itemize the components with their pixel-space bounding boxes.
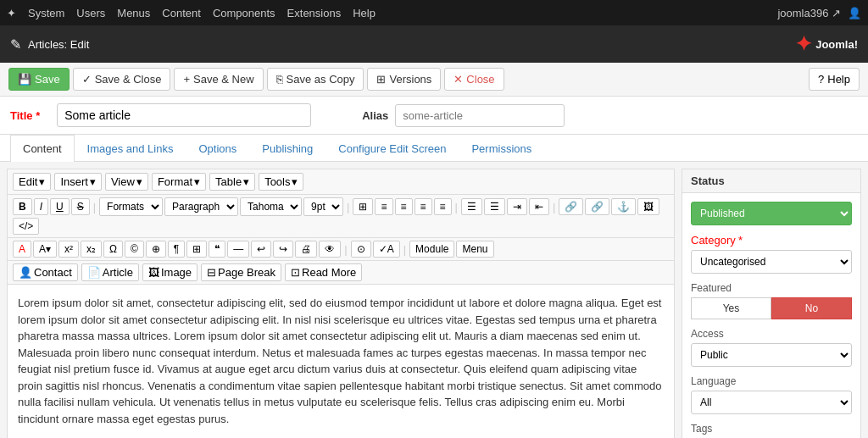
main-toolbar: 💾 Save ✓ Save & Close + Save & New ⎘ Sav… [0,63,868,97]
save-close-button[interactable]: ✓ Save & Close [73,68,171,91]
strikethrough-button[interactable]: S [71,198,90,215]
status-panel: Status Published Category * Uncategorise… [682,169,861,438]
subscript-button[interactable]: x₂ [81,241,102,258]
instance-link[interactable]: joomla396 ↗ [777,7,841,19]
image-insert-label: Image [161,266,192,279]
horizontal-rule-button[interactable]: — [227,241,249,258]
required-marker: * [36,109,40,122]
system-bar-right: joomla396 ↗ 👤 [777,7,861,19]
tab-images[interactable]: Images and Links [75,135,186,162]
menu-menus[interactable]: Menus [117,7,150,19]
versions-button[interactable]: ⊞ Versions [367,68,441,91]
editor-view-menu[interactable]: View ▾ [105,173,148,191]
tab-configure[interactable]: Configure Edit Screen [326,135,459,162]
header-title: ✎ Articles: Edit [10,36,89,53]
print-button[interactable]: 🖨 [295,241,317,258]
tab-publishing[interactable]: Publishing [249,135,326,162]
image-insert-button[interactable]: 🖼 Image [142,263,198,281]
save-copy-button[interactable]: ⎘ Save as Copy [267,68,364,91]
align-right-button[interactable]: ≡ [415,198,432,215]
read-more-button[interactable]: ⊡ Read More [285,263,362,281]
insert-menu-label: Insert [60,175,88,188]
blockquote-button[interactable]: ❝ [209,241,225,258]
language-select[interactable]: All [691,391,852,414]
size-select[interactable]: 9pt [303,197,343,216]
editor-edit-menu[interactable]: Edit ▾ [13,173,51,191]
tools-menu-label: Tools [264,175,290,188]
tab-content[interactable]: Content [10,135,75,162]
indent-out-button[interactable]: ⇤ [529,198,549,215]
status-select[interactable]: Published [691,202,852,225]
preview-button[interactable]: 👁 [319,241,341,258]
formats-select[interactable]: Formats [99,197,163,216]
article-button[interactable]: 📄 Article [81,263,139,281]
align-center-button[interactable]: ≡ [395,198,413,215]
list-ol-button[interactable]: ☰ [484,198,505,215]
paragraph-select[interactable]: Paragraph [164,197,238,216]
image-button[interactable]: 🖼 [637,198,659,215]
help-button[interactable]: ? Help [809,68,860,91]
special-char-button[interactable]: Ω [103,241,123,258]
menu-extensions[interactable]: Extensions [287,7,342,19]
source-button[interactable]: </> [13,218,39,235]
superscript-button[interactable]: x² [58,241,79,258]
menu-content[interactable]: Content [162,7,201,19]
edit-menu-label: Edit [19,175,37,188]
access-group: Access Public [691,328,852,367]
indent-in-button[interactable]: ⇥ [507,198,527,215]
status-group: Published [691,202,852,225]
redo-button[interactable]: ↪ [273,241,293,258]
page-break-button[interactable]: ⊟ Page Break [201,263,281,281]
save-new-button[interactable]: + Save & New [174,68,263,91]
featured-group: Featured Yes No [691,282,852,319]
editor-area: Edit ▾ Insert ▾ View ▾ Format ▾ Table ▾ … [7,169,675,438]
spellcheck-button[interactable]: ✓A [373,241,400,258]
save-button[interactable]: 💾 Save [8,68,70,91]
find-replace-button[interactable]: ⊙ [351,241,371,258]
module-button[interactable]: Module [409,241,454,258]
add-button[interactable]: ⊕ [146,241,166,258]
menu-insert-button[interactable]: Menu [456,241,493,258]
unlink-button[interactable]: 🔗 [585,198,609,215]
indent-button[interactable]: ⊞ [353,198,373,215]
menu-system[interactable]: System [28,7,64,19]
menu-users[interactable]: Users [76,7,105,19]
underline-button[interactable]: U [50,198,70,215]
featured-yes-button[interactable]: Yes [691,297,771,319]
editor-format-menu[interactable]: Format ▾ [152,173,206,191]
tab-permissions[interactable]: Permissions [459,135,544,162]
save-copy-label: Save as Copy [287,73,355,86]
pilcrow-button[interactable]: ¶ [168,241,185,258]
tab-options[interactable]: Options [186,135,249,162]
font-select[interactable]: Tahoma [240,197,302,216]
close-icon: ✕ [453,73,463,86]
header-bar: ✎ Articles: Edit ✦ Joomla! [0,25,868,63]
menu-components[interactable]: Components [213,7,275,19]
list-ul-button[interactable]: ☰ [461,198,482,215]
anchor-button[interactable]: ⚓ [611,198,636,215]
title-input[interactable] [57,103,311,127]
featured-no-button[interactable]: No [771,297,852,319]
access-select[interactable]: Public [691,343,852,367]
editor-insert-menu[interactable]: Insert ▾ [54,173,102,191]
table-insert-button[interactable]: ⊞ [186,241,207,258]
editor-tools-menu[interactable]: Tools ▾ [259,173,303,191]
align-justify-button[interactable]: ≡ [434,198,452,215]
user-icon[interactable]: 👤 [848,7,861,19]
copyright-button[interactable]: © [125,241,144,258]
view-menu-label: View [111,175,135,188]
align-left-button[interactable]: ≡ [375,198,392,215]
editor-content[interactable]: Lorem ipsum dolor sit amet, consectetur … [8,285,674,438]
bold-button[interactable]: B [13,198,32,215]
contact-button[interactable]: 👤 Contact [13,263,78,281]
alias-input[interactable] [395,104,565,127]
category-select[interactable]: Uncategorised [691,250,852,274]
menu-help[interactable]: Help [353,7,376,19]
highlight-button[interactable]: A▾ [33,241,57,258]
undo-button[interactable]: ↩ [251,241,271,258]
close-button[interactable]: ✕ Close [444,68,504,91]
link-button[interactable]: 🔗 [559,198,583,215]
font-color-button[interactable]: A [13,241,31,258]
italic-button[interactable]: I [34,198,48,215]
editor-table-menu[interactable]: Table ▾ [209,173,255,191]
